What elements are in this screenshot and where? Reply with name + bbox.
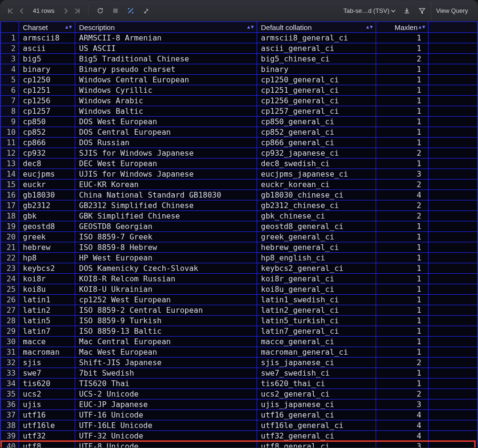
- cell-description[interactable]: HP West European: [75, 253, 257, 263]
- cell-collation[interactable]: swe7_swedish_ci: [257, 368, 376, 378]
- cell-charset[interactable]: cp866: [19, 138, 75, 148]
- cell-description[interactable]: DOS Central European: [75, 127, 257, 138]
- cell-maxlen[interactable]: 1: [376, 43, 428, 54]
- cell-charset[interactable]: latin5: [19, 316, 75, 326]
- cell-maxlen[interactable]: 1: [376, 85, 428, 96]
- cell-charset[interactable]: koi8r: [19, 274, 75, 284]
- cell-maxlen[interactable]: 2: [376, 200, 428, 211]
- cell-maxlen[interactable]: 1: [376, 284, 428, 295]
- cell-collation[interactable]: koi8r_general_ci: [257, 274, 376, 284]
- cell-description[interactable]: ISO 8859-7 Greek: [75, 232, 257, 242]
- table-row[interactable]: 18gbkGBK Simplified Chinesegbk_chinese_c…: [1, 211, 478, 221]
- cell-maxlen[interactable]: 1: [376, 242, 428, 253]
- cell-maxlen[interactable]: 3: [376, 441, 428, 448]
- table-row[interactable]: 19geostd8GEOSTD8 Georgiangeostd8_general…: [1, 221, 478, 232]
- cell-description[interactable]: EUC-JP Japanese: [75, 399, 257, 410]
- cell-charset[interactable]: ucs2: [19, 389, 75, 399]
- cell-description[interactable]: KOI8-U Ukrainian: [75, 284, 257, 295]
- compare-button[interactable]: [125, 5, 137, 17]
- table-row[interactable]: 13dec8DEC West Europeandec8_swedish_ci1: [1, 159, 478, 169]
- cell-maxlen[interactable]: 4: [376, 410, 428, 420]
- cell-description[interactable]: Big5 Traditional Chinese: [75, 54, 257, 64]
- cell-collation[interactable]: cp1250_general_ci: [257, 75, 376, 85]
- cell-collation[interactable]: tis620_thai_ci: [257, 378, 376, 389]
- cell-collation[interactable]: hebrew_general_ci: [257, 242, 376, 253]
- reload-button[interactable]: [94, 5, 107, 17]
- table-row[interactable]: 16gb18030China National Standard GB18030…: [1, 190, 478, 200]
- table-row[interactable]: 28latin5ISO 8859-9 Turkishlatin5_turkish…: [1, 316, 478, 326]
- cell-collation[interactable]: latin2_general_ci: [257, 305, 376, 316]
- table-row[interactable]: 35ucs2UCS-2 Unicodeucs2_general_ci2: [1, 389, 478, 399]
- cell-collation[interactable]: armscii8_general_ci: [257, 33, 376, 43]
- download-button[interactable]: [400, 5, 413, 17]
- cell-collation[interactable]: cp1257_general_ci: [257, 106, 376, 117]
- cell-description[interactable]: Windows Baltic: [75, 106, 257, 117]
- cell-charset[interactable]: hebrew: [19, 242, 75, 253]
- cell-description[interactable]: China National Standard GB18030: [75, 190, 257, 200]
- table-row[interactable]: 8cp1257Windows Balticcp1257_general_ci1: [1, 106, 478, 117]
- header-collation[interactable]: Default collation▲▼: [257, 22, 376, 33]
- cell-maxlen[interactable]: 2: [376, 389, 428, 399]
- header-charset[interactable]: Charset▲▼: [19, 22, 75, 33]
- table-row[interactable]: 3big5Big5 Traditional Chinesebig5_chines…: [1, 54, 478, 64]
- table-row[interactable]: 1armscii8ARMSCII-8 Armenianarmscii8_gene…: [1, 33, 478, 43]
- cell-charset[interactable]: cp1250: [19, 75, 75, 85]
- cell-charset[interactable]: cp1256: [19, 96, 75, 106]
- cell-charset[interactable]: tis620: [19, 378, 75, 389]
- cell-charset[interactable]: swe7: [19, 368, 75, 378]
- cell-maxlen[interactable]: 2: [376, 148, 428, 159]
- cell-maxlen[interactable]: 4: [376, 420, 428, 431]
- cell-maxlen[interactable]: 1: [376, 253, 428, 263]
- table-row[interactable]: 4binaryBinary pseudo charsetbinary1: [1, 64, 478, 75]
- cell-maxlen[interactable]: 2: [376, 211, 428, 221]
- cell-collation[interactable]: latin5_turkish_ci: [257, 316, 376, 326]
- cell-maxlen[interactable]: 1: [376, 159, 428, 169]
- table-row[interactable]: 11cp866DOS Russiancp866_general_ci1: [1, 138, 478, 148]
- cell-collation[interactable]: dec8_swedish_ci: [257, 159, 376, 169]
- table-row[interactable]: 20greekISO 8859-7 Greekgreek_general_ci1: [1, 232, 478, 242]
- cell-collation[interactable]: macce_general_ci: [257, 337, 376, 347]
- cell-collation[interactable]: binary: [257, 64, 376, 75]
- table-row[interactable]: 21hebrewISO 8859-8 Hebrewhebrew_general_…: [1, 242, 478, 253]
- cell-collation[interactable]: gb2312_chinese_ci: [257, 200, 376, 211]
- cell-description[interactable]: cp1252 West European: [75, 295, 257, 305]
- cell-description[interactable]: Mac West European: [75, 347, 257, 358]
- cell-maxlen[interactable]: 1: [376, 221, 428, 232]
- cell-charset[interactable]: latin1: [19, 295, 75, 305]
- cell-description[interactable]: Mac Central European: [75, 337, 257, 347]
- cell-description[interactable]: DOS West European: [75, 117, 257, 127]
- cell-maxlen[interactable]: 1: [376, 368, 428, 378]
- cell-charset[interactable]: utf8: [19, 441, 75, 448]
- cell-maxlen[interactable]: 1: [376, 117, 428, 127]
- cell-charset[interactable]: binary: [19, 64, 75, 75]
- cell-collation[interactable]: utf16le_general_ci: [257, 420, 376, 431]
- cell-maxlen[interactable]: 1: [376, 127, 428, 138]
- cell-maxlen[interactable]: 1: [376, 274, 428, 284]
- cell-maxlen[interactable]: 1: [376, 263, 428, 274]
- table-row[interactable]: 32sjisShift-JIS Japanesesjis_japanese_ci…: [1, 358, 478, 368]
- table-row[interactable]: 7cp1256Windows Arabiccp1256_general_ci1: [1, 96, 478, 106]
- cell-charset[interactable]: latin7: [19, 326, 75, 337]
- cell-description[interactable]: UJIS for Windows Japanese: [75, 169, 257, 179]
- cell-charset[interactable]: utf16: [19, 410, 75, 420]
- cell-charset[interactable]: geostd8: [19, 221, 75, 232]
- table-row[interactable]: 33swe77bit Swedishswe7_swedish_ci1: [1, 368, 478, 378]
- cell-maxlen[interactable]: 1: [376, 337, 428, 347]
- cell-description[interactable]: Binary pseudo charset: [75, 64, 257, 75]
- cell-collation[interactable]: gb18030_chinese_ci: [257, 190, 376, 200]
- table-row[interactable]: 17gb2312GB2312 Simplified Chinesegb2312_…: [1, 200, 478, 211]
- table-row[interactable]: 29latin7ISO 8859-13 Balticlatin7_general…: [1, 326, 478, 337]
- cell-charset[interactable]: dec8: [19, 159, 75, 169]
- cell-description[interactable]: ISO 8859-13 Baltic: [75, 326, 257, 337]
- cell-description[interactable]: GB2312 Simplified Chinese: [75, 200, 257, 211]
- table-row[interactable]: 26latin1cp1252 West Europeanlatin1_swedi…: [1, 295, 478, 305]
- cell-collation[interactable]: latin7_general_ci: [257, 326, 376, 337]
- cell-maxlen[interactable]: 2: [376, 179, 428, 190]
- cell-collation[interactable]: geostd8_general_ci: [257, 221, 376, 232]
- cell-charset[interactable]: armscii8: [19, 33, 75, 43]
- cell-maxlen[interactable]: 1: [376, 106, 428, 117]
- cell-description[interactable]: Windows Central European: [75, 75, 257, 85]
- cell-description[interactable]: ARMSCII-8 Armenian: [75, 33, 257, 43]
- cell-maxlen[interactable]: 2: [376, 54, 428, 64]
- cell-collation[interactable]: eucjpms_japanese_ci: [257, 169, 376, 179]
